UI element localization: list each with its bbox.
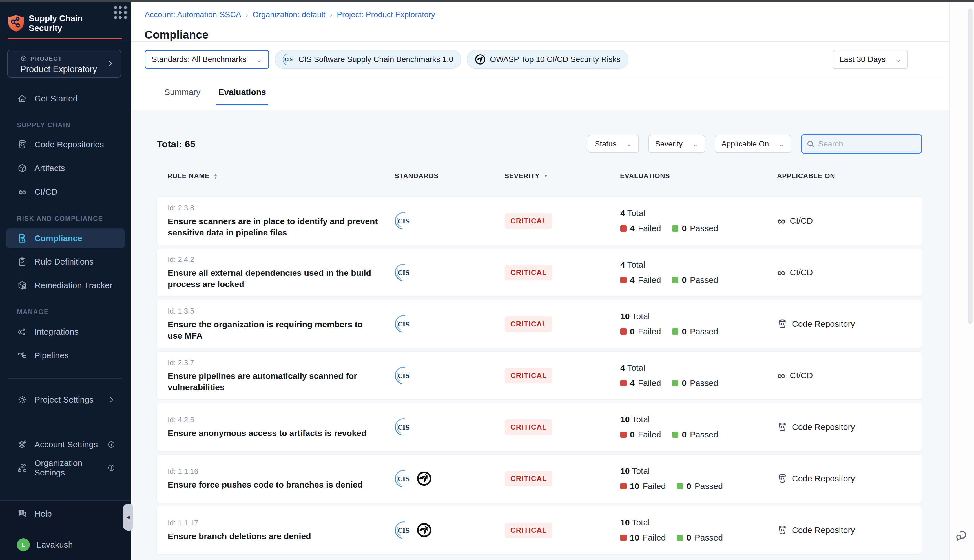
tab-evaluations[interactable]: Evaluations bbox=[216, 78, 268, 105]
failed-swatch bbox=[620, 225, 627, 232]
severity-badge: CRITICAL bbox=[505, 523, 552, 538]
layers-gear-icon bbox=[17, 439, 28, 450]
table-row[interactable]: Id: 2.3.7 Ensure pipelines are automatic… bbox=[157, 351, 922, 400]
column-header-severity[interactable]: SEVERITY ▼ bbox=[504, 172, 620, 180]
rule-name: Ensure pipelines are automatically scann… bbox=[168, 370, 378, 393]
severity-badge: CRITICAL bbox=[505, 368, 552, 383]
sidebar-item-organization-settings[interactable]: Organization Settings bbox=[6, 459, 125, 477]
sidebar-item-account-settings[interactable]: Account Settings bbox=[6, 435, 125, 453]
user-name: Lavakush bbox=[37, 540, 73, 550]
failed-count: 4 Failed bbox=[620, 224, 661, 233]
failed-swatch bbox=[620, 277, 627, 283]
column-header-rule-name[interactable]: RULE NAME ▲▼ bbox=[167, 172, 395, 180]
column-header-applicable-on: APPLICABLE ON bbox=[777, 172, 922, 180]
info-icon[interactable] bbox=[107, 440, 115, 448]
cis-standard-icon: CIS bbox=[395, 264, 412, 281]
severity-cell: CRITICAL bbox=[505, 265, 620, 280]
applicable-on-cell: Code Repository bbox=[777, 319, 922, 329]
passed-count: 0 Passed bbox=[672, 275, 718, 285]
sidebar-item-integrations[interactable]: Integrations bbox=[6, 323, 125, 341]
cis-standard-icon: CIS bbox=[395, 367, 412, 384]
sidebar-item-get-started[interactable]: Get Started bbox=[6, 90, 125, 108]
rule-cell: Id: 2.4.2 Ensure all external dependenci… bbox=[168, 255, 395, 290]
applicable-on-label: Code Repository bbox=[792, 422, 855, 432]
sidebar-item-help[interactable]: ? Help bbox=[6, 505, 125, 523]
applicable-on-label: CI/CD bbox=[790, 371, 813, 380]
failed-swatch bbox=[620, 535, 627, 541]
cicd-icon: ∞ bbox=[777, 270, 786, 275]
search-box[interactable] bbox=[801, 134, 922, 153]
passed-count: 0 Passed bbox=[672, 430, 718, 440]
sidebar-item-project-settings[interactable]: Project Settings bbox=[6, 391, 125, 409]
applicable-on-cell: ∞CI/CD bbox=[777, 268, 922, 277]
project-selector[interactable]: PROJECT Product Exploratory bbox=[7, 50, 121, 78]
search-input[interactable] bbox=[817, 139, 917, 149]
sidebar-collapse-handle[interactable]: ◀ bbox=[123, 504, 133, 531]
sidebar-item-remediation-tracker[interactable]: Remediation Tracker bbox=[6, 276, 125, 294]
standards-select[interactable]: Standards: All Benchmarks ⌄ bbox=[145, 50, 269, 69]
standard-badge-cis[interactable]: CIS CIS Software Supply Chain Benchmarks… bbox=[275, 50, 461, 69]
info-icon[interactable] bbox=[107, 464, 115, 472]
tab-summary[interactable]: Summary bbox=[162, 78, 203, 105]
applicable-on-cell: Code Repository bbox=[777, 525, 922, 535]
severity-badge: CRITICAL bbox=[505, 265, 552, 280]
sidebar-item-compliance[interactable]: Compliance bbox=[6, 228, 125, 248]
column-header-standards: STANDARDS bbox=[395, 172, 504, 180]
breadcrumb-organization-link[interactable]: Organization: default bbox=[252, 10, 325, 19]
time-range-select[interactable]: Last 30 Days ⌄ bbox=[833, 50, 908, 69]
breadcrumb-account-link[interactable]: Account: Automation-SSCA bbox=[145, 10, 241, 19]
chevron-down-icon: ⌄ bbox=[779, 140, 785, 148]
table-row[interactable]: Id: 1.1.16 Ensure force pushes code to b… bbox=[157, 454, 922, 503]
failed-count: 4 Failed bbox=[620, 378, 661, 388]
sidebar-item-label: Compliance bbox=[34, 233, 82, 243]
sidebar-item-pipelines[interactable]: Pipelines bbox=[6, 347, 125, 365]
sidebar-item-rule-definitions[interactable]: Rule Definitions bbox=[6, 253, 125, 271]
table-row[interactable]: Id: 4.2.5 Ensure anonymous access to art… bbox=[157, 403, 922, 451]
evaluations-cell: 10Total 10 Failed 0 Passed bbox=[620, 466, 777, 491]
passed-swatch bbox=[672, 432, 678, 438]
user-menu[interactable]: L Lavakush bbox=[6, 536, 125, 554]
shield-logo-icon bbox=[8, 14, 24, 32]
sidebar-item-artifacts[interactable]: Artifacts bbox=[6, 159, 125, 177]
rule-name: Ensure scanners are in place to identify… bbox=[168, 216, 378, 238]
passed-swatch bbox=[672, 328, 678, 335]
table-row[interactable]: Id: 2.4.2 Ensure all external dependenci… bbox=[157, 248, 922, 297]
standards-cell: CIS bbox=[395, 264, 505, 281]
clipboard-check-icon bbox=[17, 256, 28, 267]
applicable-on-label: Code Repository bbox=[792, 319, 855, 329]
severity-cell: CRITICAL bbox=[505, 213, 620, 229]
scrollbar-thumb[interactable] bbox=[968, 8, 972, 324]
project-box-icon bbox=[20, 55, 27, 62]
app-logo[interactable]: Supply Chain Security bbox=[8, 13, 125, 33]
table-row[interactable]: Id: 1.1.17 Ensure branch deletions are d… bbox=[157, 506, 922, 554]
gear-icon bbox=[17, 394, 28, 405]
severity-cell: CRITICAL bbox=[505, 523, 620, 538]
table-row[interactable]: Id: 2.3.8 Ensure scanners are in place t… bbox=[157, 197, 922, 245]
sidebar-item-cicd[interactable]: ∞ CI/CD bbox=[6, 183, 125, 201]
standards-cell: CIS bbox=[395, 367, 505, 384]
severity-cell: CRITICAL bbox=[505, 420, 620, 435]
cicd-infinity-icon: ∞ bbox=[17, 187, 28, 197]
rule-cell: Id: 2.3.7 Ensure pipelines are automatic… bbox=[168, 358, 395, 393]
passed-swatch bbox=[672, 225, 678, 232]
window-top-edge bbox=[0, 0, 974, 2]
applicable-on-filter-select[interactable]: Applicable On⌄ bbox=[715, 135, 791, 153]
table-row[interactable]: Id: 1.3.5 Ensure the organization is req… bbox=[157, 300, 922, 348]
total-label: Total bbox=[632, 312, 650, 321]
app-switcher-icon[interactable] bbox=[114, 6, 127, 19]
chevron-right-icon bbox=[106, 59, 114, 68]
severity-filter-select[interactable]: Severity⌄ bbox=[649, 135, 705, 153]
breadcrumb-project-link[interactable]: Project: Product Exploratory bbox=[337, 10, 435, 19]
total-value: 10 bbox=[620, 312, 630, 321]
standards-cell: CIS bbox=[395, 315, 505, 333]
integrations-icon bbox=[17, 327, 28, 337]
support-chat-icon[interactable] bbox=[955, 529, 968, 543]
sidebar-item-code-repositories[interactable]: Code Repositories bbox=[6, 135, 125, 153]
status-filter-select[interactable]: Status⌄ bbox=[588, 135, 639, 153]
standard-badge-owasp[interactable]: OWASP Top 10 CI/CD Security Risks bbox=[467, 50, 628, 69]
chevron-down-icon: ⌄ bbox=[692, 140, 698, 148]
code-repository-icon bbox=[17, 139, 28, 150]
severity-cell: CRITICAL bbox=[505, 368, 620, 383]
cis-standard-icon: CIS bbox=[395, 418, 412, 436]
standards-cell: CIS bbox=[395, 470, 505, 487]
